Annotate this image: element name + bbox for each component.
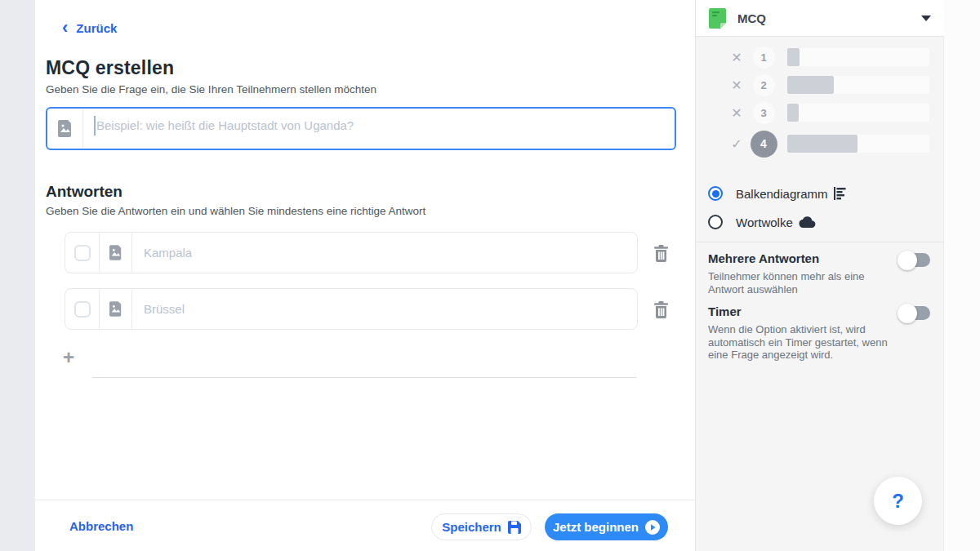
- toggle-knob: [898, 251, 917, 270]
- slide-type-label: MCQ: [737, 11, 766, 25]
- question-input[interactable]: [83, 109, 675, 132]
- file-image-icon: [58, 120, 73, 137]
- answer-number-chip: 3: [753, 102, 775, 124]
- result-preview: ✕ 1 ✕ 2 ✕ 3 ✓ 4: [696, 47, 944, 157]
- delete-answer-button[interactable]: [652, 244, 670, 262]
- question-media-button[interactable]: [47, 109, 83, 149]
- preview-bar: [787, 104, 799, 122]
- preview-bar-track: [787, 48, 929, 66]
- question-mark-icon: ?: [892, 490, 904, 513]
- add-answer-underline: [92, 377, 637, 378]
- option-bar-chart[interactable]: Balkendiagramm: [696, 183, 944, 204]
- cloud-icon: [799, 216, 816, 228]
- trash-icon: [653, 301, 669, 318]
- answer-correct-checkbox[interactable]: [65, 233, 100, 273]
- radio-icon: [708, 215, 723, 229]
- setting-label: Timer: [708, 304, 742, 318]
- answer-number-chip: 2: [753, 74, 775, 96]
- settings-sidebar: MCQ ✕ 1 ✕ 2 ✕ 3 ✓ 4: [695, 0, 943, 551]
- preview-row: ✕ 3: [696, 103, 944, 122]
- save-button[interactable]: Speichern: [431, 513, 532, 540]
- page-title: MCQ erstellen: [46, 57, 174, 79]
- timer-toggle[interactable]: [900, 306, 930, 320]
- option-word-cloud[interactable]: Wortwolke: [696, 211, 944, 233]
- setting-description: Teilnehmer können mehr als eine Antwort …: [708, 270, 898, 295]
- answer-row: [65, 288, 638, 330]
- text-cursor: [94, 116, 96, 136]
- answers-title: Antworten: [46, 183, 122, 201]
- plus-icon: +: [63, 346, 74, 368]
- toggle-knob: [898, 304, 917, 323]
- sidebar-divider: [696, 242, 944, 242]
- save-button-label: Speichern: [442, 520, 501, 534]
- back-link[interactable]: ‹ Zurück: [62, 20, 117, 35]
- checkbox-icon: [74, 245, 91, 261]
- mcq-green-doc-icon: [709, 8, 726, 29]
- preview-bar: [787, 76, 834, 94]
- preview-row: ✕ 1: [696, 47, 944, 67]
- back-label: Zurück: [76, 21, 117, 35]
- add-answer-button[interactable]: +: [63, 348, 74, 367]
- help-button[interactable]: ?: [874, 477, 922, 525]
- radio-icon: [708, 186, 723, 201]
- page-subtitle: Geben Sie die Frage ein, die Sie Ihren T…: [46, 83, 376, 96]
- preview-row: ✕ 2: [696, 75, 944, 95]
- check-mark-icon: ✓: [729, 136, 744, 152]
- preview-row: ✓ 4: [696, 131, 944, 157]
- multiple-answers-toggle[interactable]: [900, 253, 930, 267]
- question-input-wrap: [83, 109, 675, 149]
- slide-type-dropdown[interactable]: MCQ: [696, 0, 944, 37]
- main-panel: ‹ Zurück MCQ erstellen Geben Sie die Fra…: [35, 0, 695, 551]
- answer-correct-checkbox[interactable]: [65, 289, 100, 329]
- preview-bar: [787, 48, 800, 66]
- setting-description: Wenn die Option aktiviert ist, wird auto…: [708, 323, 898, 362]
- trash-icon: [653, 245, 669, 262]
- footer-divider: [35, 500, 695, 500]
- setting-label: Mehrere Antworten: [708, 251, 819, 265]
- chevron-down-icon: [921, 16, 931, 21]
- right-margin-strip: [944, 0, 980, 551]
- setting-multiple-answers: Mehrere Antworten Teilnehmer können mehr…: [708, 251, 933, 295]
- delete-answer-button[interactable]: [652, 300, 670, 318]
- checkbox-icon: [74, 301, 91, 318]
- answer-media-button[interactable]: [100, 289, 132, 329]
- mcq-editor-screen: ‹ Zurück MCQ erstellen Geben Sie die Fra…: [0, 0, 980, 551]
- answers-subtitle: Geben Sie die Antworten ein und wählen S…: [46, 205, 425, 217]
- option-label: Balkendiagramm: [736, 187, 828, 201]
- question-input-box: [46, 107, 676, 150]
- bar-chart-icon: [834, 187, 846, 200]
- answer-row: [65, 232, 638, 273]
- start-button[interactable]: Jetzt beginnen: [545, 513, 668, 540]
- preview-bar-track: [787, 104, 929, 122]
- chevron-left-icon: ‹: [62, 20, 68, 35]
- play-icon: [645, 520, 660, 535]
- answer-media-button[interactable]: [100, 233, 132, 273]
- start-button-label: Jetzt beginnen: [553, 520, 639, 534]
- x-mark-icon: ✕: [729, 105, 744, 121]
- preview-bar: [787, 135, 858, 153]
- file-image-icon: [109, 301, 122, 317]
- answer-number-chip: 1: [753, 47, 775, 69]
- answer-input[interactable]: [132, 233, 637, 273]
- file-image-icon: [109, 245, 122, 260]
- answer-input[interactable]: [132, 289, 637, 329]
- answer-number-chip: 4: [751, 131, 777, 158]
- floppy-disk-icon: [508, 521, 521, 534]
- option-label: Wortwolke: [736, 216, 793, 229]
- cancel-button[interactable]: Abbrechen: [69, 519, 133, 533]
- x-mark-icon: ✕: [729, 50, 744, 65]
- setting-timer: Timer Wenn die Option aktiviert ist, wir…: [708, 304, 933, 362]
- x-mark-icon: ✕: [729, 78, 744, 93]
- display-options: Balkendiagramm Wortwolke: [696, 183, 944, 240]
